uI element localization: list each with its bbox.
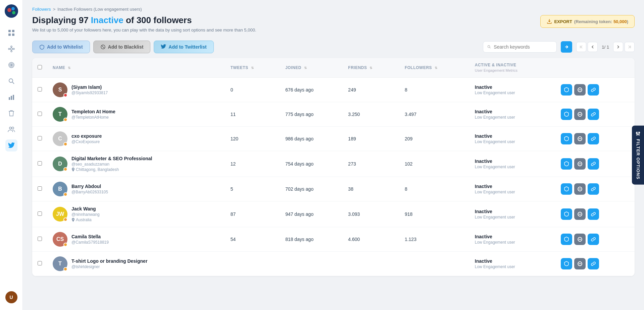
blacklist-icon-button[interactable] bbox=[574, 183, 586, 195]
profile-link-button[interactable] bbox=[588, 258, 599, 269]
row-checkbox[interactable] bbox=[32, 77, 47, 102]
row-tweets: 120 bbox=[225, 126, 280, 151]
row-joined: 947 days ago bbox=[280, 201, 343, 227]
row-checkbox[interactable] bbox=[32, 102, 47, 126]
svg-point-20 bbox=[9, 79, 13, 82]
blacklist-icon-button[interactable] bbox=[574, 84, 586, 96]
export-button[interactable]: EXPORT (Remaining token: 50,000) bbox=[540, 15, 635, 28]
row-status: Inactive Low Engagement user bbox=[469, 151, 556, 177]
whitelist-icon-button[interactable] bbox=[561, 208, 572, 220]
select-all-checkbox[interactable] bbox=[38, 65, 42, 69]
header-tweets[interactable]: TWEETS ⇅ bbox=[225, 58, 280, 77]
add-to-twitterlist-button[interactable]: Add to Twitterlist bbox=[154, 41, 213, 53]
blacklist-icon-button[interactable] bbox=[574, 133, 586, 144]
row-select-checkbox[interactable] bbox=[38, 87, 42, 91]
row-checkbox[interactable] bbox=[32, 177, 47, 201]
profile-link-button[interactable] bbox=[588, 109, 599, 120]
row-actions bbox=[555, 102, 635, 126]
profile-link-button[interactable] bbox=[588, 183, 599, 195]
blacklist-icon-button[interactable] bbox=[574, 208, 586, 220]
header-followers[interactable]: FOLLOWERS ⇅ bbox=[399, 58, 469, 77]
user-avatar[interactable]: U bbox=[5, 291, 17, 303]
header-name[interactable]: NAME ⇅ bbox=[47, 58, 225, 77]
twitter-icon[interactable] bbox=[5, 139, 17, 151]
breadcrumb-parent[interactable]: Followers bbox=[32, 7, 51, 12]
row-name: T T-shirt Logo or branding Designer @tsh… bbox=[47, 251, 225, 276]
app-logo[interactable] bbox=[4, 4, 18, 18]
target-icon[interactable] bbox=[5, 59, 17, 71]
blacklist-icon-button[interactable] bbox=[574, 258, 586, 269]
followers-table: NAME ⇅ TWEETS ⇅ JOINED ⇅ FRIENDS ⇅ FOLLO… bbox=[32, 58, 635, 276]
add-to-whitelist-button[interactable]: Add to Whitelist bbox=[32, 41, 90, 53]
whitelist-icon-button[interactable] bbox=[561, 258, 572, 269]
row-friends: 189 bbox=[343, 126, 399, 151]
header-status: ACTIVE & INACTIVE User Engagement Metric… bbox=[469, 58, 556, 77]
profile-link-button[interactable] bbox=[588, 158, 599, 170]
whitelist-icon-button[interactable] bbox=[561, 133, 572, 144]
blacklist-icon-button[interactable] bbox=[574, 158, 586, 170]
action-bar: Add to Whitelist Add to Blacklist Add to… bbox=[32, 41, 635, 53]
row-select-checkbox[interactable] bbox=[38, 112, 42, 116]
row-select-checkbox[interactable] bbox=[38, 136, 42, 140]
header-joined[interactable]: JOINED ⇅ bbox=[280, 58, 343, 77]
blacklist-icon-button[interactable] bbox=[574, 234, 586, 245]
whitelist-icon-button[interactable] bbox=[561, 84, 572, 96]
next-page-button[interactable] bbox=[613, 42, 623, 52]
row-checkbox[interactable] bbox=[32, 251, 47, 276]
row-name: JW Jack Wang @ninnhanwang Australia bbox=[47, 201, 225, 227]
prev-page-button[interactable] bbox=[588, 42, 598, 52]
last-page-button[interactable] bbox=[625, 42, 635, 52]
profile-link-button[interactable] bbox=[588, 84, 599, 96]
row-select-checkbox[interactable] bbox=[38, 261, 42, 265]
page-indicator: 1/ 1 bbox=[599, 45, 612, 50]
row-joined: 702 days ago bbox=[280, 177, 343, 201]
whitelist-icon-button[interactable] bbox=[561, 158, 572, 170]
svg-point-1 bbox=[7, 8, 11, 12]
svg-rect-6 bbox=[8, 34, 11, 36]
row-friends: 273 bbox=[343, 151, 399, 177]
row-followers: 8 bbox=[399, 77, 469, 102]
row-name: T Templeton At Home @TempletonAtHome bbox=[47, 102, 225, 126]
search-go-button[interactable] bbox=[561, 41, 572, 53]
whitelist-icon-button[interactable] bbox=[561, 183, 572, 195]
svg-point-29 bbox=[488, 46, 490, 48]
row-select-checkbox[interactable] bbox=[38, 211, 42, 216]
row-actions bbox=[555, 177, 635, 201]
blacklist-icon-button[interactable] bbox=[574, 109, 586, 120]
row-checkbox[interactable] bbox=[32, 201, 47, 227]
svg-line-28 bbox=[102, 46, 104, 48]
filter-options-tab[interactable]: FILTER OPTIONS bbox=[632, 125, 644, 185]
svg-point-0 bbox=[5, 4, 18, 18]
network-icon[interactable] bbox=[5, 43, 17, 55]
row-checkbox[interactable] bbox=[32, 126, 47, 151]
sidebar: U bbox=[0, 0, 23, 310]
row-tweets: 12 bbox=[225, 151, 280, 177]
row-tweets: 0 bbox=[225, 77, 280, 102]
row-checkbox[interactable] bbox=[32, 227, 47, 251]
whitelist-icon-button[interactable] bbox=[561, 234, 572, 245]
dashboard-icon[interactable] bbox=[5, 27, 17, 39]
header-friends[interactable]: FRIENDS ⇅ bbox=[343, 58, 399, 77]
whitelist-icon-button[interactable] bbox=[561, 109, 572, 120]
row-friends: 4.600 bbox=[343, 227, 399, 251]
row-select-checkbox[interactable] bbox=[38, 237, 42, 241]
trash-icon[interactable] bbox=[5, 107, 17, 119]
row-select-checkbox[interactable] bbox=[38, 186, 42, 191]
row-checkbox[interactable] bbox=[32, 151, 47, 177]
action-buttons: Add to Whitelist Add to Blacklist Add to… bbox=[32, 41, 214, 53]
svg-point-3 bbox=[12, 11, 15, 14]
profile-link-button[interactable] bbox=[588, 208, 599, 220]
chart-icon[interactable] bbox=[5, 91, 17, 103]
row-status: Inactive Low Engagement user bbox=[469, 177, 556, 201]
row-select-checkbox[interactable] bbox=[38, 161, 42, 166]
profile-link-button[interactable] bbox=[588, 234, 599, 245]
svg-point-10 bbox=[13, 48, 14, 50]
search-input[interactable] bbox=[494, 44, 552, 50]
search-icon[interactable] bbox=[5, 75, 17, 87]
svg-point-54 bbox=[636, 132, 637, 133]
users-icon[interactable] bbox=[5, 123, 17, 135]
first-page-button[interactable] bbox=[576, 42, 586, 52]
profile-link-button[interactable] bbox=[588, 133, 599, 144]
row-status: Inactive Low Engagement user bbox=[469, 126, 556, 151]
add-to-blacklist-button[interactable]: Add to Blacklist bbox=[93, 41, 151, 53]
